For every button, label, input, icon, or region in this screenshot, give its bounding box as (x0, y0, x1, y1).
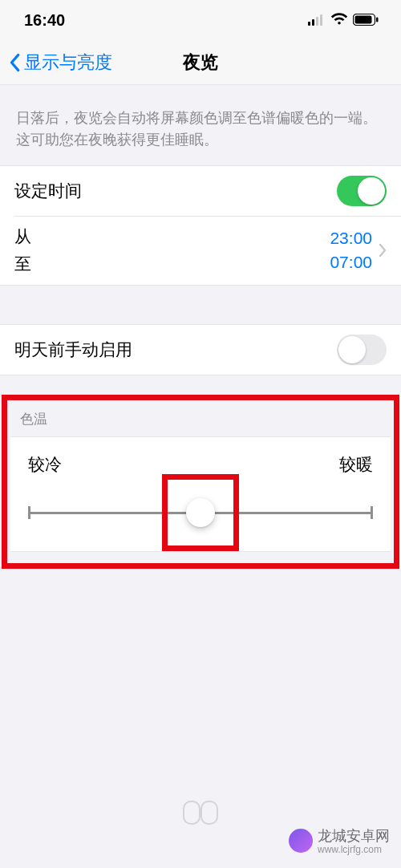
nav-bar: 显示与亮度 夜览 (0, 40, 401, 85)
slider-thumb[interactable] (186, 498, 215, 527)
watermark-logo-icon (289, 829, 313, 853)
manual-toggle[interactable] (337, 335, 387, 365)
schedule-group: 设定时间 从 至 23:00 07:00 (0, 165, 401, 286)
status-right (308, 11, 379, 30)
manual-group: 明天前手动启用 (0, 324, 401, 375)
annotation-highlight-outer: 色温 较冷 较暖 (2, 395, 399, 569)
status-time: 16:40 (24, 11, 65, 30)
slider-label-warm: 较暖 (339, 453, 373, 476)
signal-icon (308, 11, 326, 30)
svg-rect-1 (312, 19, 314, 26)
manual-toggle-label: 明天前手动启用 (14, 339, 337, 361)
watermark-url: www.lcjrfg.com (318, 844, 390, 855)
chevron-right-icon (379, 225, 387, 275)
schedule-time-cell[interactable]: 从 至 23:00 07:00 (0, 216, 401, 285)
slider-label-cold: 较冷 (28, 453, 62, 476)
schedule-time-labels: 从 至 (14, 225, 31, 275)
svg-rect-0 (308, 22, 310, 26)
watermark-name: 龙城安卓网 (318, 828, 390, 844)
chevron-left-icon (8, 53, 21, 72)
schedule-from-label: 从 (14, 225, 31, 248)
svg-rect-6 (376, 17, 379, 22)
section-description: 日落后，夜览会自动将屏幕颜色调至色谱偏暖色的一端。这可助您在夜晚获得更佳睡眠。 (0, 85, 401, 165)
back-button[interactable]: 显示与亮度 (0, 51, 112, 75)
schedule-to-label: 至 (14, 253, 31, 275)
schedule-to-time: 07:00 (330, 253, 372, 272)
svg-rect-2 (316, 17, 318, 26)
schedule-time-values: 23:00 07:00 (330, 225, 372, 275)
manual-toggle-cell: 明天前手动启用 (0, 325, 401, 375)
back-label: 显示与亮度 (24, 51, 112, 75)
color-temp-header: 色温 (10, 404, 391, 436)
svg-rect-5 (355, 15, 372, 23)
schedule-from-time: 23:00 (330, 229, 372, 248)
color-temp-cell: 较冷 较暖 (10, 436, 391, 552)
battery-icon (353, 11, 379, 30)
schedule-toggle-label: 设定时间 (14, 180, 337, 202)
status-bar: 16:40 (0, 0, 401, 40)
wifi-icon (330, 11, 348, 30)
schedule-toggle-cell: 设定时间 (0, 166, 401, 216)
watermark: 龙城安卓网 www.lcjrfg.com (289, 826, 390, 855)
spacer (0, 286, 401, 324)
home-indicator-icon (176, 801, 225, 825)
svg-rect-3 (320, 14, 322, 26)
color-temp-slider[interactable] (28, 497, 373, 529)
schedule-toggle[interactable] (337, 176, 387, 206)
